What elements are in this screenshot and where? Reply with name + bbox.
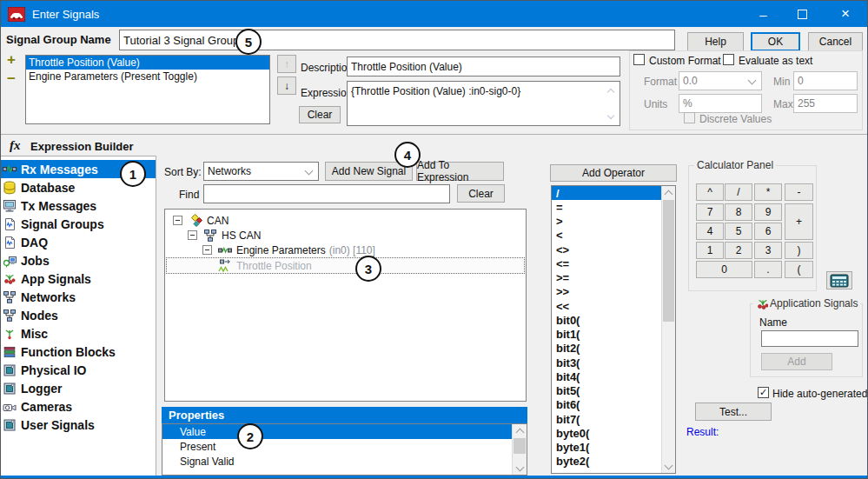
tree-node-throttle-position[interactable]: Throttle Position (166, 257, 525, 274)
signal-group-item[interactable]: Throttle Position (Value) (26, 56, 269, 70)
calc-key-dot[interactable]: . (754, 261, 782, 278)
sidebar-item-user-signals[interactable]: User Signals (1, 416, 156, 434)
signal-group-item[interactable]: Engine Parameters (Present Toggle) (26, 70, 269, 83)
calc-key-0[interactable]: 0 (696, 261, 752, 278)
property-item-present[interactable]: Present (162, 439, 527, 454)
sidebar-item-daq[interactable]: DAQ (1, 233, 156, 251)
property-item-signal-valid[interactable]: Signal Valid (162, 454, 527, 469)
scroll-down-icon[interactable] (662, 460, 675, 473)
operator-item[interactable]: <> (552, 243, 666, 256)
calc-key-4[interactable]: 4 (696, 223, 724, 240)
operator-item[interactable]: bit3( (552, 356, 666, 369)
calc-key-6[interactable]: 6 (754, 223, 782, 240)
sidebar-item-logger[interactable]: Logger (1, 379, 156, 397)
scroll-up-icon[interactable] (513, 424, 527, 437)
add-to-expression-button[interactable]: Add To Expression (416, 162, 504, 181)
calc-key-5[interactable]: 5 (725, 223, 752, 240)
operator-item[interactable]: >= (552, 271, 666, 285)
operator-item[interactable]: bit6( (552, 398, 666, 412)
expression-input[interactable]: {Throttle Position (Value) :in0-sig0-0} (347, 81, 620, 126)
operator-item[interactable]: > (552, 215, 666, 229)
properties-scrollbar[interactable] (512, 424, 527, 475)
operator-scrollbar[interactable] (661, 186, 675, 473)
remove-signal-button[interactable]: − (7, 70, 16, 88)
app-signal-add-button[interactable]: Add (761, 353, 832, 370)
help-button[interactable]: Help (687, 32, 744, 51)
format-dropdown[interactable]: 0.0 (679, 71, 762, 90)
scroll-down-icon[interactable] (513, 462, 527, 475)
operator-item[interactable]: bit7( (552, 412, 666, 426)
tree-node-hs-can[interactable]: HS CAN (166, 228, 525, 243)
sidebar-item-nodes[interactable]: Nodes (1, 306, 156, 324)
sidebar-item-networks[interactable]: Networks (1, 288, 156, 306)
signal-group-name-input[interactable] (119, 30, 675, 50)
collapse-icon[interactable] (202, 245, 212, 255)
max-input[interactable]: 255 (793, 94, 858, 113)
custom-format-checkbox[interactable] (633, 54, 645, 65)
sidebar-item-app-signals[interactable]: App Signals (1, 269, 156, 288)
operator-item[interactable]: << (552, 299, 666, 313)
add-signal-button[interactable]: + (7, 51, 16, 69)
calc-key-minus[interactable]: - (785, 183, 813, 201)
minimize-button[interactable]: – (744, 1, 783, 27)
close-button[interactable]: × (822, 1, 868, 27)
operator-item[interactable]: byte0( (552, 426, 666, 440)
expression-clear-button[interactable]: Clear (299, 106, 341, 123)
operator-item[interactable]: <= (552, 256, 666, 270)
operator-item[interactable]: / (552, 186, 666, 200)
collapse-icon[interactable] (173, 216, 182, 225)
tree-node-can[interactable]: CAN (166, 213, 525, 228)
evaluate-as-text-checkbox[interactable] (723, 54, 734, 65)
collapse-icon[interactable] (188, 230, 197, 240)
operator-item[interactable]: bit0( (552, 313, 666, 327)
sort-by-dropdown[interactable]: Networks (203, 162, 319, 181)
sidebar-item-function-blocks[interactable]: Function Blocks (1, 343, 156, 361)
scroll-up-icon[interactable] (662, 186, 675, 199)
calc-key-2[interactable]: 2 (725, 242, 752, 259)
operator-item[interactable]: byte2( (552, 455, 666, 469)
find-input[interactable] (203, 184, 450, 203)
calc-key-8[interactable]: 8 (725, 203, 752, 221)
operator-item[interactable]: byte1( (552, 441, 666, 455)
operator-item[interactable]: bit4( (552, 369, 666, 383)
operator-item[interactable]: = (552, 200, 666, 214)
app-signal-name-input[interactable] (761, 330, 858, 347)
sidebar-item-cameras[interactable]: Cameras (1, 397, 156, 416)
calc-key-open-paren[interactable]: ( (785, 261, 813, 278)
operator-item[interactable]: < (552, 229, 666, 243)
calc-key-plus[interactable]: + (785, 203, 813, 240)
operator-item[interactable]: >> (552, 285, 666, 299)
calculator-button[interactable] (826, 271, 852, 289)
ok-button[interactable]: OK (751, 32, 800, 51)
units-input[interactable]: % (679, 94, 762, 113)
test-button[interactable]: Test... (695, 402, 772, 421)
calc-key-close-paren[interactable]: ) (785, 242, 813, 259)
calc-key-9[interactable]: 9 (754, 203, 782, 221)
discrete-values-checkbox[interactable] (684, 112, 695, 123)
cancel-button[interactable]: Cancel (808, 32, 863, 51)
calc-key-7[interactable]: 7 (696, 203, 724, 221)
calc-key-multiply[interactable]: * (754, 183, 782, 201)
calc-key-divide[interactable]: / (725, 183, 752, 201)
property-item[interactable] (162, 469, 527, 476)
tree-node-engine-parameters[interactable]: Engine Parameters(in0) [110] (166, 243, 525, 257)
calc-key-caret[interactable]: ^ (696, 183, 724, 201)
description-input[interactable] (347, 57, 620, 77)
sidebar-item-physical-io[interactable]: Physical IO (1, 361, 156, 379)
calc-key-3[interactable]: 3 (754, 242, 782, 259)
calc-key-1[interactable]: 1 (696, 242, 724, 259)
find-clear-button[interactable]: Clear (457, 184, 505, 203)
sidebar-item-misc[interactable]: Misc (1, 324, 156, 343)
move-down-button[interactable]: ↓ (277, 77, 296, 95)
move-up-button[interactable]: ↑ (277, 55, 296, 73)
min-input[interactable]: 0 (793, 71, 858, 90)
maximize-button[interactable] (783, 1, 822, 27)
operator-item[interactable]: bit2( (552, 342, 666, 356)
operator-item[interactable]: bit5( (552, 384, 666, 398)
operator-item[interactable]: bit1( (552, 328, 666, 342)
hide-auto-generated-checkbox[interactable]: ✓ (758, 387, 769, 398)
sidebar-item-signal-groups[interactable]: Signal Groups (1, 215, 156, 233)
sidebar-item-tx-messages[interactable]: Tx Messages (1, 196, 156, 215)
add-operator-button[interactable]: Add Operator (550, 164, 677, 182)
property-item-value[interactable]: Value (162, 424, 527, 439)
